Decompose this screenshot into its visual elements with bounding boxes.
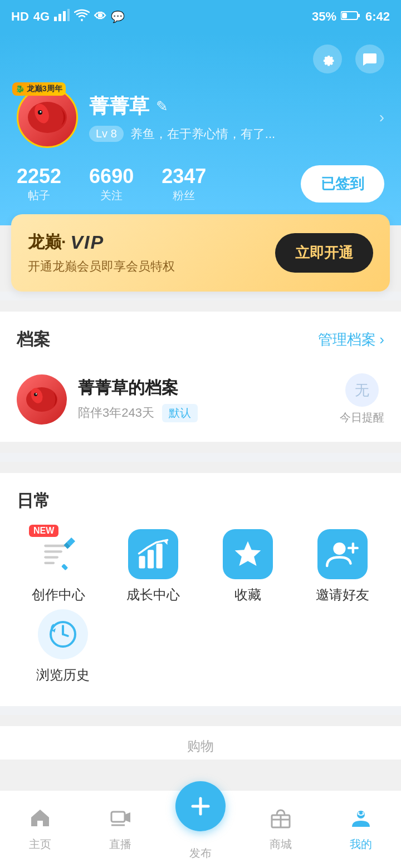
- svg-rect-3: [67, 9, 70, 21]
- nav-mine-label: 我的: [350, 837, 372, 852]
- archive-days: 陪伴3年243天: [78, 405, 154, 421]
- archive-sub: 陪伴3年243天 默认: [78, 404, 329, 422]
- following-label: 关注: [89, 188, 134, 203]
- signal-icon: [54, 9, 70, 24]
- archives-section: 档案 管理档案 › 菁菁草的档案 陪伴3年243天 默认: [0, 312, 401, 442]
- growth-label: 成长中心: [126, 586, 180, 604]
- svg-rect-18: [44, 562, 55, 564]
- vip-title: 龙巅· VIP: [28, 231, 175, 254]
- daily-title: 日常: [17, 491, 50, 510]
- growth-icon-wrap: [128, 529, 178, 579]
- nav-publish[interactable]: 发布: [160, 781, 241, 861]
- top-icons-row: [17, 45, 384, 73]
- vip-text: VIP: [70, 231, 104, 253]
- history-label: 浏览历史: [36, 666, 90, 684]
- archives-title: 档案: [17, 328, 50, 351]
- nav-shop[interactable]: 商城: [241, 807, 321, 852]
- fans-count: 2347: [162, 165, 206, 188]
- favorites-label: 收藏: [234, 586, 261, 604]
- archives-header: 档案 管理档案 ›: [0, 312, 401, 362]
- mine-icon: [350, 807, 371, 834]
- fans-label: 粉丝: [162, 188, 206, 203]
- vip-banner: 龙巅· VIP 开通龙巅会员即享会员特权 立即开通: [11, 214, 390, 292]
- status-left: HD 4G 👁 💬: [11, 9, 125, 24]
- stat-following[interactable]: 6690 关注: [89, 165, 162, 203]
- archive-info: 菁菁草的档案 陪伴3年243天 默认: [78, 377, 329, 422]
- nav-home-label: 主页: [29, 837, 51, 852]
- settings-button[interactable]: [313, 45, 342, 73]
- invite-icon-wrap: [317, 529, 368, 579]
- status-4g: 4G: [33, 9, 50, 24]
- vip-open-button[interactable]: 立即开通: [275, 233, 373, 273]
- daily-item-invite[interactable]: 邀请好友: [301, 529, 384, 604]
- reminder-icon: 无: [345, 373, 379, 407]
- wifi-icon: [74, 9, 90, 24]
- nav-shop-label: 商城: [270, 837, 292, 852]
- avatar-wrap[interactable]: 🐉 龙巅3周年: [17, 87, 78, 148]
- svg-rect-1: [58, 14, 61, 21]
- wechat-icon: 💬: [111, 10, 125, 23]
- svg-point-13: [34, 393, 37, 396]
- daily-row2: 浏览历史: [17, 609, 384, 695]
- avatar: [17, 87, 78, 148]
- daily-item-favorites[interactable]: 收藏: [206, 529, 290, 604]
- status-right: 35% 6:42: [312, 9, 390, 24]
- profile-chevron[interactable]: ›: [374, 108, 384, 126]
- manage-archives-button[interactable]: 管理档案 ›: [318, 330, 384, 349]
- archive-name: 菁菁草的档案: [78, 377, 329, 400]
- nav-mine[interactable]: 我的: [321, 807, 401, 852]
- time-display: 6:42: [365, 9, 390, 24]
- svg-rect-0: [54, 17, 57, 21]
- svg-point-14: [36, 393, 37, 394]
- daily-grid: NEW 创作中心: [17, 529, 384, 604]
- battery-text: 35%: [312, 9, 336, 24]
- profile-name-row: 菁菁草 ✎: [89, 93, 363, 120]
- posts-count: 2252: [17, 165, 61, 188]
- favorites-icon-wrap: [223, 529, 273, 579]
- svg-rect-20: [139, 556, 145, 568]
- stat-fans[interactable]: 2347 粉丝: [162, 165, 234, 203]
- bottom-nav: 主页 直播 发布 商城: [0, 790, 401, 868]
- svg-rect-17: [44, 556, 58, 558]
- profile-header: 🐉 龙巅3周年 菁菁草 ✎ Lv 8 养鱼，在于养心情，有了... › 2252: [0, 33, 401, 225]
- profile-info: 菁菁草 ✎ Lv 8 养鱼，在于养心情，有了...: [89, 93, 363, 142]
- daily-item-growth[interactable]: 成长中心: [111, 529, 195, 604]
- home-icon: [30, 807, 51, 834]
- archive-reminder[interactable]: 无 今日提醒: [340, 373, 384, 425]
- vip-desc: 开通龙巅会员即享会员特权: [28, 258, 175, 275]
- new-badge: NEW: [29, 525, 58, 537]
- posts-label: 帖子: [17, 188, 61, 203]
- svg-marker-24: [235, 541, 261, 566]
- archive-avatar: [17, 374, 67, 425]
- archive-item[interactable]: 菁菁草的档案 陪伴3年243天 默认 无 今日提醒: [0, 362, 401, 442]
- profile-desc: 养鱼，在于养心情，有了...: [130, 126, 275, 142]
- svg-rect-6: [342, 13, 347, 18]
- history-icon-wrap: [38, 609, 88, 659]
- archive-default-tag: 默认: [162, 404, 198, 422]
- daily-item-history[interactable]: 浏览历史: [17, 609, 109, 684]
- sign-in-button[interactable]: 已签到: [301, 165, 384, 203]
- creation-label: 创作中心: [32, 586, 85, 604]
- reminder-label: 今日提醒: [340, 410, 384, 425]
- profile-row: 🐉 龙巅3周年 菁菁草 ✎ Lv 8 养鱼，在于养心情，有了... ›: [17, 87, 384, 148]
- profile-name: 菁菁草: [89, 93, 149, 120]
- following-count: 6690: [89, 165, 134, 188]
- publish-button[interactable]: [175, 781, 226, 831]
- messages-button[interactable]: [355, 45, 384, 73]
- svg-marker-23: [163, 540, 168, 545]
- daily-item-creation[interactable]: NEW 创作中心: [17, 529, 100, 604]
- svg-rect-19: [61, 564, 68, 570]
- nav-home[interactable]: 主页: [0, 807, 80, 852]
- stat-posts[interactable]: 2252 帖子: [17, 165, 89, 203]
- nav-live[interactable]: 直播: [80, 807, 160, 852]
- svg-rect-15: [44, 545, 66, 547]
- nav-live-label: 直播: [109, 837, 131, 852]
- profile-sub: Lv 8 养鱼，在于养心情，有了...: [89, 126, 363, 142]
- svg-rect-16: [44, 550, 62, 553]
- eye-icon: 👁: [94, 9, 106, 24]
- divider-1: [0, 292, 401, 300]
- avatar-badge: 🐉 龙巅3周年: [12, 82, 66, 96]
- divider-3: [0, 706, 401, 715]
- svg-rect-21: [148, 550, 154, 568]
- edit-profile-button[interactable]: ✎: [156, 98, 168, 115]
